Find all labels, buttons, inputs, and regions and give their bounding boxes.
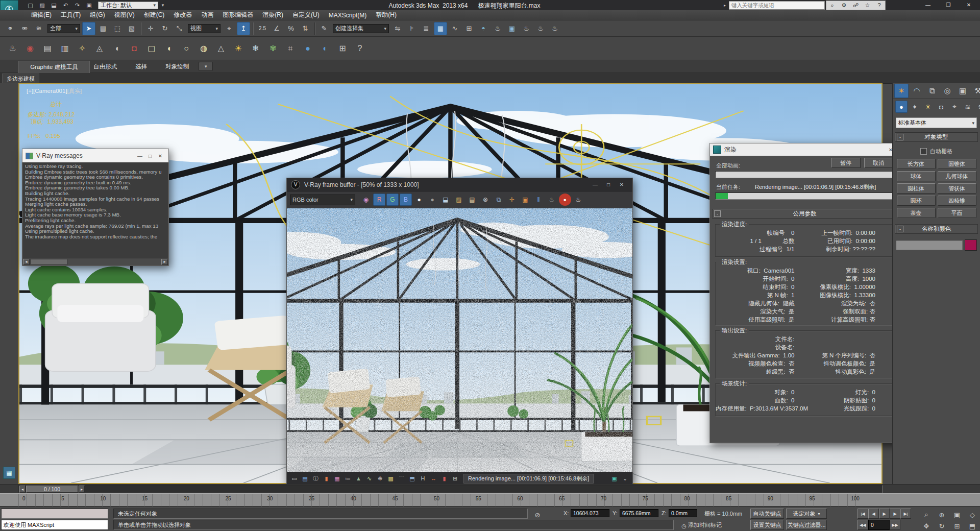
sunlight-icon[interactable]: ☀ <box>230 40 247 57</box>
primitive-button[interactable]: 球体 <box>897 171 936 181</box>
layer-manager-icon[interactable]: ≣ <box>420 22 433 35</box>
help-mode-icon[interactable]: ? <box>352 40 368 57</box>
fb-levels-icon[interactable]: ≔ <box>343 474 353 483</box>
foliage-icon[interactable]: ✾ <box>265 40 281 57</box>
fb-layers-icon[interactable]: ▤ <box>300 474 310 483</box>
key-back-button[interactable]: ◀◀ <box>857 520 868 530</box>
subscription-icon[interactable]: ⚙ <box>839 1 849 10</box>
helpers-icon[interactable]: ⌖ <box>948 101 961 113</box>
auto-key-button[interactable]: 自动关键点 <box>750 509 784 519</box>
favorites-icon[interactable]: ☆ <box>862 1 873 10</box>
menu-item[interactable]: 创建(C) <box>139 10 169 20</box>
primitive-button[interactable]: 管状体 <box>938 183 976 194</box>
help-icon[interactable]: ? <box>874 1 885 10</box>
snap-toggle-icon[interactable]: 2.5 <box>256 22 269 35</box>
render-setup-icon[interactable]: ♨ <box>491 22 504 35</box>
maximize-viewport-icon[interactable]: ⬒ <box>965 520 979 531</box>
menu-item[interactable]: 修改器 <box>169 10 197 20</box>
messages-maximize-button[interactable]: □ <box>145 151 155 160</box>
heightfield-icon[interactable]: ⌗ <box>282 40 299 57</box>
blue-channel-icon[interactable]: B <box>400 194 412 206</box>
current-frame-field[interactable]: 0 <box>868 520 890 530</box>
select-object-icon[interactable]: ➤ <box>82 22 95 35</box>
scroll-left-icon[interactable]: ◂ <box>23 259 30 265</box>
display-tab-icon[interactable]: ▣ <box>955 84 970 98</box>
primitive-button[interactable]: 圆环 <box>897 196 936 206</box>
camera-tripod-icon[interactable]: ◬ <box>91 40 108 57</box>
vray-messages-titlebar[interactable]: V-Ray messages —□✕ <box>22 149 168 162</box>
time-slider[interactable]: ◂ 0 / 100 ▸ <box>0 484 980 493</box>
go-to-end-button[interactable]: ▶| <box>900 509 911 519</box>
correction-id-icon[interactable]: ⫴ <box>532 194 545 206</box>
reference-coordinate-dropdown[interactable]: 视图▾ <box>188 24 220 33</box>
spacewarps-icon[interactable]: ≋ <box>962 101 974 113</box>
motion-tab-icon[interactable]: ◎ <box>940 84 954 98</box>
standard-light-4-icon[interactable]: ◍ <box>195 40 212 57</box>
render-dialog-titlebar[interactable]: 渲染 ✕ <box>710 143 899 156</box>
fb-curve-icon[interactable]: ∿ <box>364 474 374 483</box>
select-rotate-icon[interactable]: ↻ <box>158 22 172 35</box>
add-time-tag[interactable]: 添加时间标记 <box>688 521 722 529</box>
primitive-button[interactable]: 圆柱体 <box>897 183 936 194</box>
render-presets-a-icon[interactable]: ▤ <box>39 40 56 57</box>
fb-colors-icon[interactable]: ▮ <box>439 474 449 483</box>
maximize-button[interactable]: ❐ <box>938 1 959 10</box>
fb-expand-icon[interactable]: ⌄ <box>620 474 630 483</box>
green-channel-icon[interactable]: G <box>386 194 399 206</box>
scroll-right-icon[interactable]: ▸ <box>161 259 168 265</box>
track-bar[interactable]: 0510152025303540455055606570758085909510… <box>0 493 980 506</box>
render-last-icon[interactable]: ♨ <box>548 22 561 35</box>
render-production-icon[interactable]: ♨ <box>520 22 533 35</box>
render-preview-icon[interactable]: ◉ <box>22 40 38 57</box>
blue-sphere-icon[interactable]: ● <box>300 40 316 57</box>
spinner-snap-icon[interactable]: ⇅ <box>299 22 312 35</box>
use-pivot-center-icon[interactable]: ⌖ <box>223 22 236 35</box>
slider-next-icon[interactable]: ▸ <box>79 486 85 493</box>
fb-close-button[interactable]: ✕ <box>615 180 628 189</box>
selection-lock-icon[interactable]: ⊘ <box>532 510 543 520</box>
close-button[interactable]: ✕ <box>959 1 979 10</box>
infocenter-toggle-icon[interactable]: ▸ <box>721 1 728 10</box>
hierarchy-tab-icon[interactable]: ⧉ <box>925 84 939 98</box>
create-tab-icon[interactable]: ✶ <box>894 84 909 98</box>
collapse-rollout-icon[interactable]: - <box>897 226 903 232</box>
undo-icon[interactable]: ↶ <box>60 1 71 10</box>
material-editor-icon[interactable]: ◓ <box>477 22 490 35</box>
project-folder-icon[interactable]: ▣ <box>84 1 94 10</box>
search-icon[interactable]: ⌕ <box>827 1 838 10</box>
light-lister-icon[interactable]: ✧ <box>74 40 90 57</box>
fb-minimize-button[interactable]: — <box>589 180 602 189</box>
autogrid-checkbox[interactable] <box>920 148 927 155</box>
menu-item[interactable]: 自定义(U) <box>288 10 324 20</box>
workspace-menu-icon[interactable]: ▾ <box>159 1 167 10</box>
viewport-label[interactable]: [+][Camera001][真实] <box>27 87 82 95</box>
red-channel-icon[interactable]: R <box>373 194 385 206</box>
menu-item[interactable]: 组(G) <box>85 10 109 20</box>
messages-minimize-button[interactable]: — <box>135 151 145 160</box>
schematic-view-icon[interactable]: ⊞ <box>462 22 476 35</box>
play-button[interactable]: ▶ <box>879 509 890 519</box>
collapse-rollout-icon[interactable]: - <box>897 134 903 140</box>
selected-object-dropdown[interactable]: 选定对象▾ <box>786 509 827 519</box>
zoom-region-icon[interactable]: ⊞ <box>950 520 964 531</box>
render-progress-dialog[interactable]: 渲染 ✕ 全部动画: 暂停 取消 当前任务: Rendering image..… <box>709 143 900 443</box>
mirror-icon[interactable]: ⇋ <box>391 22 404 35</box>
stop-render-icon[interactable]: ■ <box>559 194 571 206</box>
selection-filter-dropdown[interactable]: 全部▾ <box>47 24 80 33</box>
modify-tab-icon[interactable]: ◠ <box>910 84 924 98</box>
cone-light-icon[interactable]: △ <box>213 40 229 57</box>
select-manipulate-icon[interactable]: ↥ <box>237 22 250 35</box>
radiosity-icon[interactable]: ◖ <box>109 40 125 57</box>
ribbon-toggle-icon[interactable]: ▦ <box>434 22 447 35</box>
primitive-button[interactable]: 四棱锥 <box>938 196 976 206</box>
rectangular-selection-icon[interactable]: ⬚ <box>111 22 124 35</box>
primitive-button[interactable]: 几何球体 <box>938 171 976 181</box>
x-coordinate-field[interactable]: 10604.073 <box>571 509 609 517</box>
orbit-icon[interactable]: ↻ <box>935 520 949 531</box>
zoom-extents-icon[interactable]: ▣ <box>950 509 964 520</box>
fb-hsl-icon[interactable]: ▦ <box>332 474 342 483</box>
load-image-icon[interactable]: ▨ <box>453 194 465 206</box>
object-name-field[interactable] <box>896 240 963 250</box>
messages-close-button[interactable]: ✕ <box>155 151 165 160</box>
standard-light-1-icon[interactable]: ▢ <box>143 40 160 57</box>
